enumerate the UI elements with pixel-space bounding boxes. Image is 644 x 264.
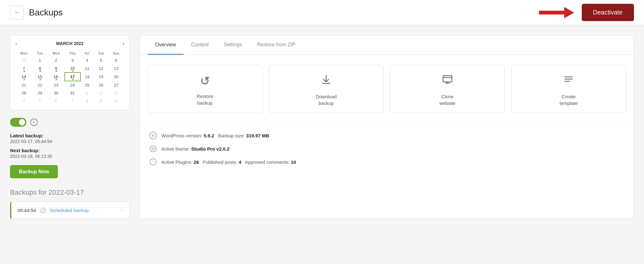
calendar-day-cell[interactable]: 18 bbox=[80, 72, 94, 81]
calendar-day-cell[interactable]: 7 bbox=[65, 97, 80, 105]
calendar-week-row: 28123456 bbox=[15, 56, 124, 64]
calendar-next-button[interactable]: › bbox=[123, 41, 124, 46]
tab-overview[interactable]: Overview bbox=[147, 36, 184, 55]
backup-now-button[interactable]: Backup Now bbox=[10, 165, 58, 178]
tab-settings[interactable]: Settings bbox=[216, 36, 250, 55]
clock-icon: 🕐 bbox=[40, 207, 46, 213]
info-icon[interactable]: i bbox=[30, 118, 38, 126]
backup-type: Scheduled backup bbox=[50, 208, 88, 213]
calendar-day-cell[interactable]: 6 bbox=[108, 56, 124, 64]
theme-icon bbox=[149, 144, 158, 153]
calendar-day-cell[interactable]: 24 bbox=[65, 81, 80, 89]
backup-toggle[interactable] bbox=[10, 118, 26, 127]
back-button[interactable]: ← bbox=[10, 6, 24, 20]
calendar-day-cell[interactable]: 2 bbox=[94, 89, 108, 97]
svg-rect-2 bbox=[443, 76, 452, 82]
svg-text:i: i bbox=[153, 160, 154, 164]
wordpress-info-row: W WordPress version: 5.9.2 Backup size: … bbox=[149, 131, 625, 140]
calendar-day-cell[interactable]: 2 bbox=[47, 56, 65, 64]
calendar-days-header: MonTueWedThuFriSatSun bbox=[15, 50, 124, 56]
arrow-indicator bbox=[539, 7, 574, 18]
calendar-day-header: Tue bbox=[32, 50, 47, 56]
calendar-week-row: 78910111213 bbox=[15, 64, 124, 72]
calendar-day-header: Mon bbox=[15, 50, 32, 56]
calendar-day-cell[interactable]: 31 bbox=[65, 89, 80, 97]
calendar-month: MARCH 2022 bbox=[56, 41, 83, 46]
wordpress-version-text: WordPress version: 5.9.2 Backup size: 31… bbox=[161, 133, 269, 138]
create-template-card[interactable]: Createtemplate bbox=[511, 65, 626, 113]
calendar-day-cell[interactable]: 22 bbox=[32, 81, 47, 89]
create-template-label: Createtemplate bbox=[559, 93, 578, 106]
plugins-text: Active Plugins: 26 Published posts: 4 Ap… bbox=[161, 159, 296, 165]
calendar-day-cell[interactable]: 27 bbox=[108, 81, 124, 89]
calendar-day-header: Wed bbox=[47, 50, 65, 56]
calendar-day-cell[interactable]: 8 bbox=[32, 64, 47, 72]
calendar-day-cell[interactable]: 25 bbox=[80, 81, 94, 89]
plugins-info-row: i Active Plugins: 26 Published posts: 4 … bbox=[149, 158, 625, 166]
calendar-day-cell[interactable]: 1 bbox=[32, 56, 47, 64]
calendar-day-cell[interactable]: 23 bbox=[47, 81, 65, 89]
action-cards: ↺ Restorebackup Downloadbackup bbox=[140, 55, 634, 123]
calendar-prev-button[interactable]: ‹ bbox=[15, 41, 17, 46]
calendar-day-cell[interactable]: 7 bbox=[15, 64, 32, 72]
calendar-day-header: Fri bbox=[80, 50, 94, 56]
arrow-head-icon bbox=[564, 7, 574, 18]
plugins-icon: i bbox=[149, 158, 158, 166]
tab-restore-from-zip[interactable]: Restore from ZIP bbox=[250, 36, 303, 55]
calendar-day-cell[interactable]: 19 bbox=[94, 72, 108, 81]
calendar-week-row: 45678910 bbox=[15, 97, 124, 105]
restore-backup-label: Restorebackup bbox=[197, 93, 213, 106]
calendar-day-cell[interactable]: 12 bbox=[94, 64, 108, 72]
calendar-day-cell[interactable]: 30 bbox=[47, 89, 65, 97]
calendar-day-cell[interactable]: 3 bbox=[108, 89, 124, 97]
calendar-day-cell[interactable]: 9 bbox=[47, 64, 65, 72]
calendar-week-row: 21222324252627 bbox=[15, 81, 124, 89]
svg-point-12 bbox=[152, 147, 154, 150]
calendar-day-cell[interactable]: 28 bbox=[15, 56, 32, 64]
calendar-day-cell[interactable]: 8 bbox=[80, 97, 94, 105]
template-icon bbox=[563, 74, 574, 88]
calendar-day-cell[interactable]: 13 bbox=[108, 64, 124, 72]
site-info: W WordPress version: 5.9.2 Backup size: … bbox=[140, 123, 634, 174]
calendar-day-cell[interactable]: 14 bbox=[15, 72, 32, 81]
calendar-day-cell[interactable]: 17 bbox=[65, 72, 80, 81]
calendar-day-cell[interactable]: 4 bbox=[15, 97, 32, 105]
backup-list-item[interactable]: 05:44:54 🕐 Scheduled backup › bbox=[10, 202, 130, 219]
calendar-day-cell[interactable]: 11 bbox=[80, 64, 94, 72]
calendar-day-cell[interactable]: 21 bbox=[15, 81, 32, 89]
tab-content[interactable]: Content bbox=[184, 36, 216, 55]
chevron-right-icon: › bbox=[121, 207, 123, 214]
calendar-day-cell[interactable]: 1 bbox=[80, 89, 94, 97]
calendar-day-cell[interactable]: 4 bbox=[80, 56, 94, 64]
calendar-day-cell[interactable]: 20 bbox=[108, 72, 124, 81]
theme-info-row: Active theme: Studio Pro v2.0.2 bbox=[149, 144, 625, 153]
calendar-day-cell[interactable]: 10 bbox=[108, 97, 124, 105]
wordpress-icon: W bbox=[149, 131, 158, 140]
download-backup-card[interactable]: Downloadbackup bbox=[269, 65, 384, 113]
latest-backup-value: 2022-03-17, 05:44:54 bbox=[10, 139, 130, 144]
calendar-day-cell[interactable]: 5 bbox=[32, 97, 47, 105]
calendar-day-cell[interactable]: 28 bbox=[15, 89, 32, 97]
download-icon bbox=[320, 74, 332, 88]
deactivate-button[interactable]: Deactivate bbox=[582, 4, 634, 21]
calendar-day-cell[interactable]: 6 bbox=[47, 97, 65, 105]
calendar-day-cell[interactable]: 3 bbox=[65, 56, 80, 64]
calendar-day-cell[interactable]: 29 bbox=[32, 89, 47, 97]
svg-text:W: W bbox=[152, 134, 155, 137]
calendar: ‹ MARCH 2022 › MonTueWedThuFriSatSun 281… bbox=[10, 35, 130, 110]
calendar-week-row: 14151617181920 bbox=[15, 72, 124, 81]
calendar-day-cell[interactable]: 10 bbox=[65, 64, 80, 72]
calendar-day-cell[interactable]: 15 bbox=[32, 72, 47, 81]
calendar-day-cell[interactable]: 5 bbox=[94, 56, 108, 64]
calendar-grid: MonTueWedThuFriSatSun 281234567891011121… bbox=[15, 50, 124, 105]
restore-backup-card[interactable]: ↺ Restorebackup bbox=[147, 65, 263, 113]
calendar-header: ‹ MARCH 2022 › bbox=[15, 41, 124, 46]
svg-point-11 bbox=[150, 146, 156, 152]
backup-time: 05:44:54 bbox=[18, 208, 36, 213]
next-backup-label: Next backup: bbox=[10, 148, 130, 153]
calendar-day-cell[interactable]: 9 bbox=[94, 97, 108, 105]
clone-website-card[interactable]: Clonewebsite bbox=[390, 65, 505, 113]
calendar-day-cell[interactable]: 16 bbox=[47, 72, 65, 81]
calendar-day-cell[interactable]: 26 bbox=[94, 81, 108, 89]
calendar-day-header: Sat bbox=[94, 50, 108, 56]
